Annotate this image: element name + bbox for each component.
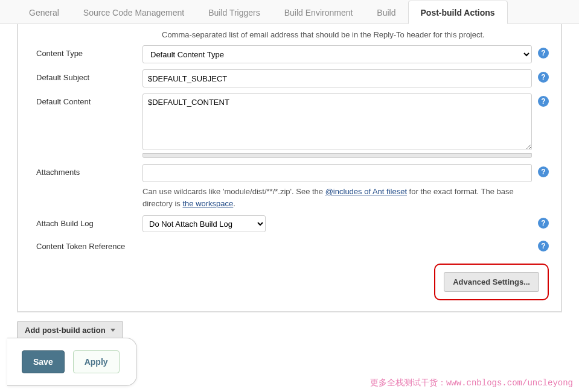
advanced-settings-button[interactable]: Advanced Settings... (444, 272, 539, 292)
content-type-select[interactable]: Default Content Type (142, 45, 532, 63)
help-icon[interactable]: ? (538, 48, 549, 58)
add-post-build-action-label: Add post-build action (25, 326, 106, 335)
advanced-highlight: Advanced Settings... (434, 264, 549, 300)
save-bar: Save Apply (7, 338, 137, 386)
tab-build-triggers[interactable]: Build Triggers (196, 1, 272, 24)
help-icon[interactable]: ? (538, 96, 549, 107)
add-post-build-action-button[interactable]: Add post-build action (17, 321, 123, 340)
tab-general[interactable]: General (17, 1, 71, 24)
tab-scm[interactable]: Source Code Management (71, 1, 196, 24)
content-type-label: Content Type (36, 45, 142, 58)
attach-build-log-select[interactable]: Do Not Attach Build Log (142, 215, 266, 232)
help-icon[interactable]: ? (538, 166, 549, 177)
config-tabs: General Source Code Management Build Tri… (0, 0, 579, 24)
attach-build-log-label: Attach Build Log (36, 215, 142, 228)
tab-build[interactable]: Build (365, 1, 408, 24)
textarea-resize-handle[interactable] (142, 153, 532, 158)
chevron-down-icon (110, 329, 115, 332)
default-content-label: Default Content (36, 93, 142, 106)
default-subject-label: Default Subject (36, 69, 142, 82)
replyto-help-text: Comma-separated list of email address th… (162, 30, 549, 39)
help-icon[interactable]: ? (538, 72, 549, 83)
default-content-textarea[interactable]: $DEFAULT_CONTENT (142, 93, 532, 150)
post-build-panel: Comma-separated list of email address th… (17, 24, 562, 312)
tab-build-environment[interactable]: Build Environment (272, 1, 365, 24)
workspace-link[interactable]: the workspace (182, 199, 233, 208)
attachments-description: Can use wildcards like 'module/dist/**/*… (142, 186, 532, 209)
content-token-reference-label: Content Token Reference (36, 238, 142, 251)
apply-button[interactable]: Apply (73, 350, 120, 373)
ant-fileset-link[interactable]: @includes of Ant fileset (325, 187, 407, 196)
watermark-link[interactable]: www.cnblogs.com/uncleyong (446, 378, 573, 388)
help-icon[interactable]: ? (538, 218, 549, 229)
tab-post-build-actions[interactable]: Post-build Actions (408, 1, 508, 24)
attachments-input[interactable] (142, 164, 532, 182)
save-button[interactable]: Save (22, 350, 65, 373)
default-subject-input[interactable] (142, 69, 532, 87)
help-icon[interactable]: ? (538, 241, 549, 251)
watermark: 更多全栈测试干货：www.cnblogs.com/uncleyong (370, 378, 573, 388)
attachments-label: Attachments (36, 164, 142, 177)
